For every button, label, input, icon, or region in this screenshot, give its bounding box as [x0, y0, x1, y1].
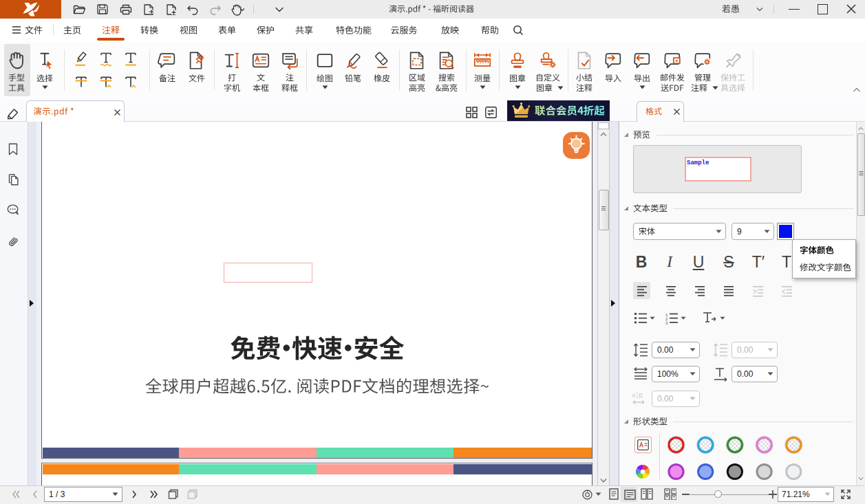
- svg-text:1: 1: [665, 313, 668, 317]
- svg-text:2: 2: [665, 317, 668, 321]
- svg-text:A: A: [632, 392, 636, 399]
- svg-text:3: 3: [665, 321, 668, 325]
- svg-text:B: B: [639, 392, 643, 399]
